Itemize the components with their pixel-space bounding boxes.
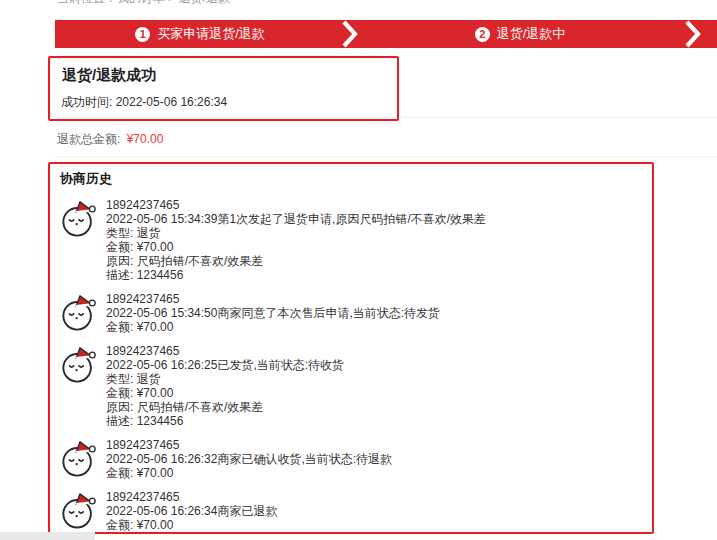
history-entry-line: 金额: ¥70.00 [106, 466, 392, 480]
santa-hat-face-icon [60, 197, 98, 239]
history-entry-line: 2022-05-06 16:26:25已发货,当前状态:待收货 [106, 358, 344, 372]
history-entry-list: 18924237465 2022-05-06 15:34:39第1次发起了退货申… [60, 197, 638, 532]
santa-hat-face-icon [60, 489, 98, 531]
step-label: 退货/退款中 [497, 25, 566, 43]
history-entry-user: 18924237465 [106, 198, 486, 212]
history-entry-line: 金额: ¥70.00 [106, 386, 344, 400]
history-entry-line: 金额: ¥70.00 [106, 320, 440, 334]
chevron-right-icon [342, 20, 358, 48]
history-entry-line: 原因: 尺码拍错/不喜欢/效果差 [106, 400, 344, 414]
history-entry-user: 18924237465 [106, 438, 392, 452]
footer-strip [0, 532, 95, 540]
negotiation-history-title: 协商历史 [60, 170, 638, 188]
santa-hat-face-icon [60, 343, 98, 385]
step-refund-in-progress: 2 退货/退款中 [360, 20, 680, 48]
refund-total-amount: ¥70.00 [127, 132, 164, 146]
history-entry-line: 2022-05-06 15:34:50商家同意了本次售后申请,当前状态:待发货 [106, 306, 440, 320]
history-entry-line: 类型: 退货 [106, 372, 344, 386]
history-entry-line: 2022-05-06 16:26:32商家已确认收货,当前状态:待退款 [106, 452, 392, 466]
history-entry: 18924237465 2022-05-06 15:34:39第1次发起了退货申… [60, 197, 638, 282]
santa-hat-face-icon [60, 437, 98, 479]
step-label: 买家申请退货/退款 [157, 25, 265, 43]
history-entry-text: 18924237465 2022-05-06 16:26:25已发货,当前状态:… [106, 343, 344, 428]
step-number-badge: 1 [135, 27, 150, 42]
section-divider [55, 156, 717, 157]
santa-hat-face-icon [60, 291, 98, 333]
history-entry-user: 18924237465 [106, 490, 277, 504]
history-entry-line: 描述: 1234456 [106, 414, 344, 428]
history-entry-line: 描述: 1234456 [106, 268, 486, 282]
progress-stepper: 1 买家申请退货/退款 2 退货/退款中 [55, 20, 717, 48]
history-entry-line: 2022-05-06 16:26:34商家已退款 [106, 504, 277, 518]
breadcrumb-text: 当前位置：我的订单 > 退货/退款 [57, 0, 377, 5]
step-number-badge: 2 [475, 27, 490, 42]
refund-success-title: 退货/退款成功 [62, 66, 156, 85]
history-entry: 18924237465 2022-05-06 16:26:34商家已退款金额: … [60, 489, 638, 532]
section-divider [55, 117, 717, 118]
history-entry-text: 18924237465 2022-05-06 15:34:39第1次发起了退货申… [106, 197, 486, 282]
refund-total-label: 退款总金额: [57, 132, 120, 146]
history-entry-line: 类型: 退货 [106, 226, 486, 240]
history-entry: 18924237465 2022-05-06 16:26:25已发货,当前状态:… [60, 343, 638, 428]
history-entry-text: 18924237465 2022-05-06 15:34:50商家同意了本次售后… [106, 291, 440, 334]
refund-status-page: 当前位置：我的订单 > 退货/退款 1 买家申请退货/退款 2 退货/退款中 退… [0, 0, 717, 540]
chevron-right-icon [685, 20, 701, 48]
history-entry-user: 18924237465 [106, 292, 440, 306]
history-entry-text: 18924237465 2022-05-06 16:26:32商家已确认收货,当… [106, 437, 392, 480]
history-entry-line: 金额: ¥70.00 [106, 518, 277, 532]
breadcrumb[interactable]: 当前位置：我的订单 > 退货/退款 [57, 0, 377, 5]
refund-success-time: 成功时间: 2022-05-06 16:26:34 [61, 94, 227, 111]
refund-total-row: 退款总金额: ¥70.00 [57, 131, 163, 148]
history-entry: 18924237465 2022-05-06 16:26:32商家已确认收货,当… [60, 437, 638, 480]
history-entry: 18924237465 2022-05-06 15:34:50商家同意了本次售后… [60, 291, 638, 334]
step-buyer-apply: 1 买家申请退货/退款 [55, 20, 345, 48]
history-entry-text: 18924237465 2022-05-06 16:26:34商家已退款金额: … [106, 489, 277, 532]
history-entry-line: 2022-05-06 15:34:39第1次发起了退货申请,原因尺码拍错/不喜欢… [106, 212, 486, 226]
history-entry-user: 18924237465 [106, 344, 344, 358]
history-entry-line: 原因: 尺码拍错/不喜欢/效果差 [106, 254, 486, 268]
negotiation-history-section: 协商历史 18924237465 2022-05-06 15:34:39第1次发… [60, 170, 638, 540]
history-entry-line: 金额: ¥70.00 [106, 240, 486, 254]
